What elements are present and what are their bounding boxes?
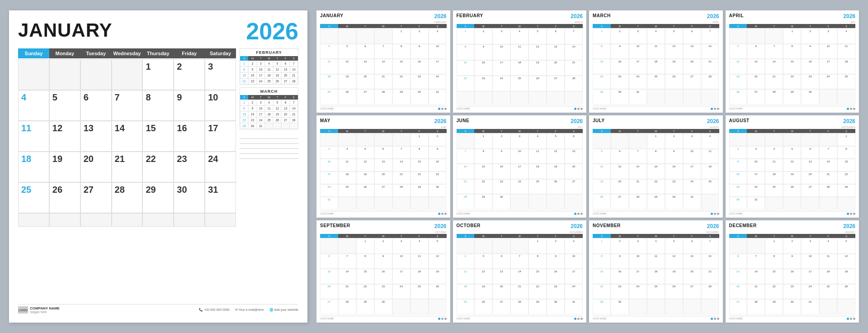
sc-day-headers: SMTWTFS bbox=[729, 129, 856, 133]
sc-cell: 5 bbox=[665, 29, 683, 44]
sc-day-hdr: T bbox=[392, 129, 410, 133]
sc-cell: 10 bbox=[510, 149, 528, 164]
cal-cell-extra bbox=[49, 213, 80, 227]
sc-cell: 27 bbox=[374, 184, 392, 197]
day-header-tue: Tuesday bbox=[80, 48, 112, 58]
mini-cal-title: FEBRUARY bbox=[240, 49, 298, 56]
dot bbox=[577, 108, 580, 110]
sc-day-hdr: S bbox=[593, 129, 611, 133]
sc-cell: 20 bbox=[683, 269, 701, 284]
sc-cell: 12 bbox=[837, 254, 855, 269]
sc-day-hdr: S bbox=[729, 24, 747, 28]
sc-day-hdr: F bbox=[410, 234, 429, 238]
sc-cell: 12 bbox=[783, 159, 801, 171]
small-cal-november: NOVEMBER 2026 DECEMBERSMTWTFS12345678910… bbox=[589, 220, 723, 323]
sc-day-hdr: W bbox=[647, 234, 665, 238]
sc-cell: 16 bbox=[801, 59, 819, 74]
sc-footer-logo: LOGO NAME bbox=[320, 212, 334, 215]
sc-cell: 6 bbox=[611, 149, 629, 164]
sc-cell: 10 bbox=[320, 159, 338, 171]
sc-footer-logo: LOGO NAME bbox=[593, 212, 606, 215]
sc-year: 2026 bbox=[707, 118, 719, 124]
sc-cell: 30 bbox=[611, 89, 629, 105]
sc-cell: 16 bbox=[547, 269, 565, 284]
sc-day-hdr: M bbox=[474, 129, 492, 133]
mini-cal-february: FEBRUARY S M T W T F S 1234567 891011121… bbox=[240, 48, 298, 85]
sc-cell: 23 bbox=[783, 284, 801, 300]
sc-cell: 9 bbox=[611, 44, 629, 59]
sc-footer: LOGO NAME bbox=[729, 106, 856, 110]
sc-cell: 29 bbox=[528, 299, 547, 314]
sc-cell: 13 bbox=[747, 59, 765, 74]
cal-cell-extra bbox=[142, 213, 174, 227]
cal-cell: 20 bbox=[80, 152, 112, 182]
sc-day-hdr: T bbox=[528, 129, 547, 133]
sc-cell bbox=[747, 29, 765, 44]
cal-cell: 29 bbox=[142, 182, 174, 213]
sc-cell: 1 bbox=[392, 29, 410, 44]
dot bbox=[711, 108, 713, 110]
sc-cell: 17 bbox=[747, 171, 765, 184]
sc-cell: 15 bbox=[837, 159, 855, 171]
sc-cell: 19 bbox=[474, 284, 492, 300]
sc-cell: 30 bbox=[729, 197, 747, 209]
sc-footer: LOGO NAME bbox=[320, 211, 447, 215]
sc-grid: 1234567891011121314151617181920212223242… bbox=[457, 133, 583, 209]
sc-cell bbox=[547, 194, 565, 209]
sc-cell: 21 bbox=[565, 60, 583, 76]
sc-day-hdr: W bbox=[783, 234, 801, 238]
sc-day-hdr: T bbox=[801, 234, 819, 238]
dot bbox=[714, 108, 716, 110]
sc-footer: LOGO NAME bbox=[457, 211, 583, 215]
sc-cell: 27 bbox=[320, 299, 338, 314]
dot bbox=[847, 318, 849, 320]
sc-cell: 7 bbox=[374, 44, 392, 59]
sc-cell: 25 bbox=[510, 76, 528, 91]
sc-day-headers: SMTWTFS bbox=[457, 24, 583, 28]
cal-cell: 23 bbox=[174, 152, 205, 182]
sc-day-hdr: T bbox=[492, 24, 510, 28]
sc-cell bbox=[410, 197, 429, 209]
sc-cell: 29 bbox=[474, 194, 492, 209]
sc-cell bbox=[356, 133, 374, 146]
mini-hdr-thu: T bbox=[273, 56, 281, 61]
sc-cell: 5 bbox=[338, 44, 356, 59]
sc-cell: 13 bbox=[320, 269, 338, 284]
sc-footer-logo: LOGO NAME bbox=[320, 107, 334, 110]
dot bbox=[444, 213, 447, 215]
sc-cell: 27 bbox=[683, 284, 701, 300]
sc-cell: 5 bbox=[593, 149, 611, 164]
sc-month: AUGUST bbox=[729, 118, 750, 123]
sc-cell: 3 bbox=[320, 146, 338, 159]
sc-day-hdr: S bbox=[429, 234, 447, 238]
sc-cell: 26 bbox=[783, 184, 801, 197]
sc-day-hdr: T bbox=[392, 234, 410, 238]
sc-cell: 30 bbox=[665, 194, 683, 209]
sc-cell: 12 bbox=[729, 59, 747, 74]
sc-cell: 28 bbox=[457, 194, 475, 209]
day-header-mon: Monday bbox=[49, 48, 80, 58]
small-cal-may: MAY 2026 JUNESMTWTFS12345678910111213141… bbox=[316, 115, 450, 218]
sc-cell: 19 bbox=[783, 171, 801, 184]
mini-grid-feb: 1234567 891011121314 15161718192021 2223… bbox=[240, 61, 298, 84]
sc-cell: 28 bbox=[765, 89, 783, 105]
sc-cell: 18 bbox=[510, 60, 528, 76]
sc-cell: 16 bbox=[611, 269, 629, 284]
sc-day-hdr: T bbox=[765, 129, 783, 133]
sc-cell: 12 bbox=[338, 59, 356, 74]
sc-cell: 15 bbox=[474, 164, 492, 179]
sc-cell: 9 bbox=[374, 254, 392, 269]
sc-day-hdr: S bbox=[729, 129, 747, 133]
sc-cell: 9 bbox=[611, 254, 629, 269]
sc-cell: 16 bbox=[410, 59, 429, 74]
sc-footer-logo: LOGO NAME bbox=[457, 107, 470, 110]
mini-hdr-sun: S bbox=[240, 56, 248, 61]
cal-cell: 24 bbox=[205, 152, 236, 182]
sc-cell: 12 bbox=[665, 44, 683, 59]
sc-cell: 7 bbox=[338, 254, 356, 269]
sc-next-label: FEBRUARY bbox=[320, 21, 447, 24]
sc-cell: 16 bbox=[611, 59, 629, 74]
dot bbox=[438, 108, 440, 110]
sc-cell: 23 bbox=[492, 179, 510, 195]
large-year: 2026 bbox=[246, 19, 298, 43]
